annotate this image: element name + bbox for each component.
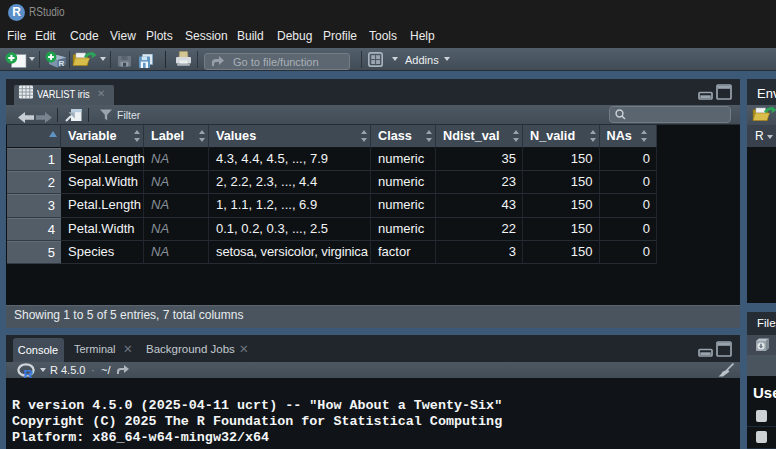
svg-text:R: R [59,59,65,68]
